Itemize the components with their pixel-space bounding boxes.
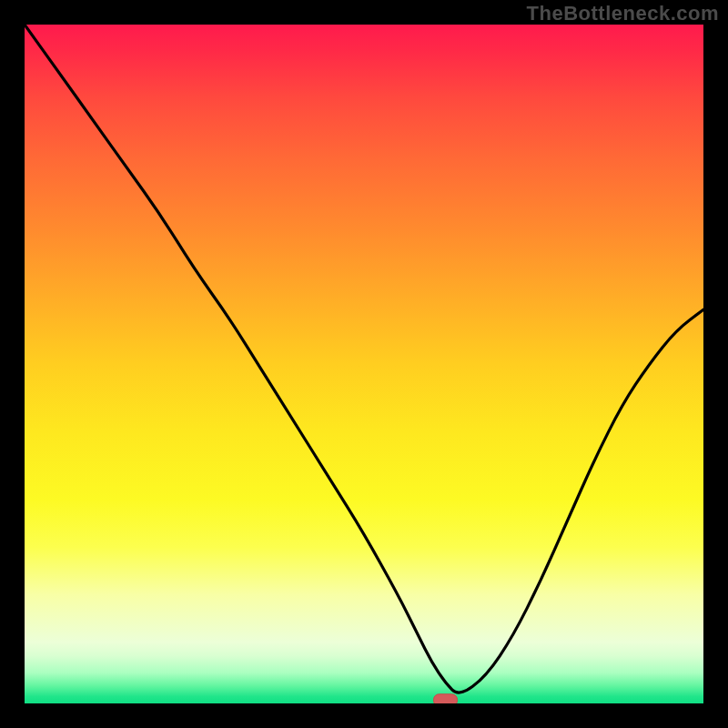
chart-frame: TheBottleneck.com: [0, 0, 728, 728]
optimum-marker: [434, 694, 458, 703]
watermark-text: TheBottleneck.com: [527, 2, 719, 25]
chart-svg: [25, 25, 703, 703]
plot-area: [25, 25, 703, 703]
gradient-background: [25, 25, 703, 703]
